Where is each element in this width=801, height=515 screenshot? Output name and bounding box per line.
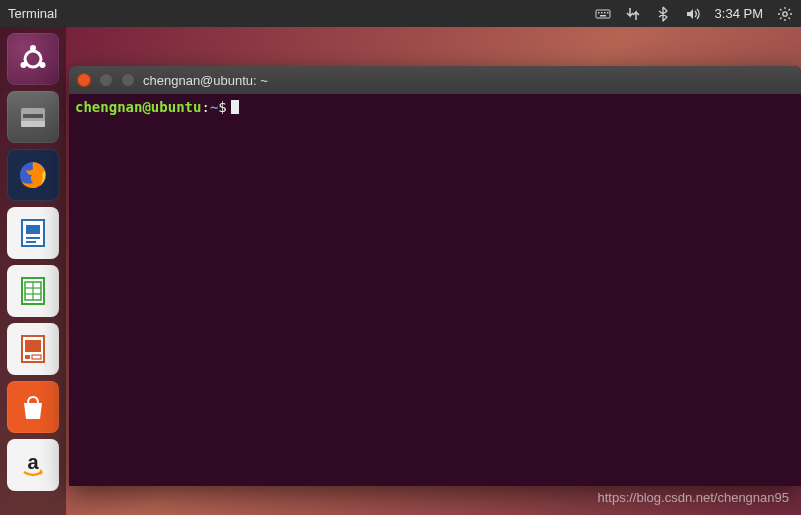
svg-point-6: [783, 11, 787, 15]
svg-rect-24: [26, 225, 40, 234]
launcher-libreoffice-calc[interactable]: [7, 265, 59, 317]
launcher-amazon[interactable]: a: [7, 439, 59, 491]
svg-point-15: [25, 51, 41, 67]
window-controls: [77, 73, 135, 87]
window-title: chengnan@ubuntu: ~: [143, 73, 268, 88]
svg-rect-21: [21, 121, 45, 127]
svg-line-12: [789, 17, 791, 19]
svg-line-13: [780, 17, 782, 19]
keyboard-icon[interactable]: [595, 6, 611, 22]
system-indicators: 3:34 PM: [595, 6, 793, 22]
svg-rect-5: [600, 15, 606, 17]
bluetooth-icon[interactable]: [655, 6, 671, 22]
prompt-user-host: chengnan@ubuntu: [75, 99, 201, 115]
svg-text:a: a: [27, 451, 39, 473]
maximize-button[interactable]: [121, 73, 135, 87]
active-app-title: Terminal: [8, 6, 57, 21]
svg-line-14: [789, 9, 791, 11]
launcher-ubuntu-dash[interactable]: [7, 33, 59, 85]
launcher-libreoffice-impress[interactable]: [7, 323, 59, 375]
svg-rect-1: [598, 12, 600, 14]
terminal-body[interactable]: chengnan@ubuntu:~$: [69, 94, 801, 120]
unity-launcher: a: [0, 27, 66, 515]
svg-point-17: [21, 62, 27, 68]
svg-rect-2: [601, 12, 603, 14]
prompt-symbol: $: [218, 99, 226, 115]
svg-point-18: [40, 62, 46, 68]
clock[interactable]: 3:34 PM: [715, 6, 763, 21]
svg-line-11: [780, 9, 782, 11]
close-button[interactable]: [77, 73, 91, 87]
svg-point-16: [30, 45, 36, 51]
desktop: chengnan@ubuntu: ~ chengnan@ubuntu:~$: [66, 27, 801, 515]
window-titlebar[interactable]: chengnan@ubuntu: ~: [69, 66, 801, 94]
svg-rect-20: [23, 114, 43, 118]
launcher-files[interactable]: [7, 91, 59, 143]
svg-rect-4: [607, 12, 609, 14]
launcher-libreoffice-writer[interactable]: [7, 207, 59, 259]
top-bar: Terminal 3:34 PM: [0, 0, 801, 27]
svg-rect-3: [604, 12, 606, 14]
terminal-window: chengnan@ubuntu: ~ chengnan@ubuntu:~$: [69, 66, 801, 486]
cursor-icon: [231, 100, 239, 114]
svg-rect-0: [596, 10, 610, 18]
settings-gear-icon[interactable]: [777, 6, 793, 22]
minimize-button[interactable]: [99, 73, 113, 87]
svg-rect-33: [25, 340, 41, 352]
network-icon[interactable]: [625, 6, 641, 22]
svg-rect-34: [25, 355, 30, 359]
launcher-ubuntu-software[interactable]: [7, 381, 59, 433]
volume-icon[interactable]: [685, 6, 701, 22]
launcher-firefox[interactable]: [7, 149, 59, 201]
prompt-separator: :: [201, 99, 209, 115]
watermark: https://blog.csdn.net/chengnan95: [597, 490, 789, 505]
